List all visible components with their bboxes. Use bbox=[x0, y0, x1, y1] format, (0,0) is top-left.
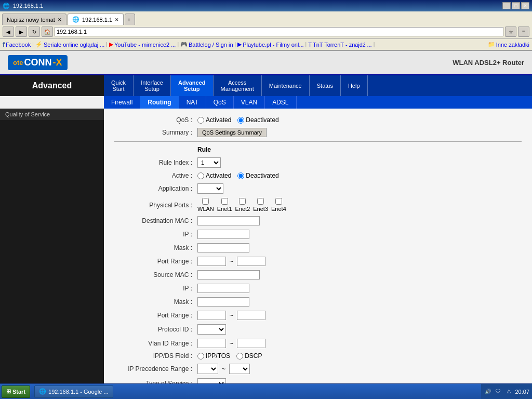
source-mac-input[interactable] bbox=[197, 270, 260, 280]
active-deactivated-label[interactable]: Deactivated bbox=[237, 172, 278, 179]
page: ote CONN -X WLAN ADSL2+ Router Advanced … bbox=[0, 51, 532, 399]
facebook-icon: f bbox=[3, 41, 5, 48]
main-content: QoS : Activated Deactivated Summary : Q bbox=[104, 109, 532, 399]
dest-port-to-input[interactable] bbox=[237, 257, 265, 266]
bookmark-battlelog[interactable]: 🎮 Battlelog / Sign in bbox=[180, 41, 233, 48]
source-ip-row: IP : bbox=[114, 284, 522, 293]
nav-quick-start[interactable]: QuickStart bbox=[104, 75, 134, 96]
bookmark-star[interactable]: ☆ bbox=[505, 26, 516, 37]
sub-adsl[interactable]: ADSL bbox=[265, 96, 296, 109]
sub-nat[interactable]: NAT bbox=[179, 96, 206, 109]
port-enet2: Enet2 bbox=[235, 198, 250, 212]
ip-prec-from-select[interactable] bbox=[197, 364, 218, 374]
new-tab-button[interactable]: + bbox=[125, 14, 135, 25]
active-activated-label[interactable]: Activated bbox=[197, 172, 231, 179]
vlan-id-from-input[interactable] bbox=[197, 339, 226, 348]
close-button[interactable]: ✕ bbox=[521, 2, 529, 9]
sep2: | bbox=[106, 42, 108, 47]
bookmark-youtube[interactable]: ▶ YouTube - mimenice2 ... bbox=[109, 41, 176, 48]
ipp-ds-row: IPP/DS Field : IPP/TOS DSCP bbox=[114, 352, 522, 360]
back-button[interactable]: ◀ bbox=[3, 26, 14, 37]
ipp-tos-radio[interactable] bbox=[197, 353, 204, 360]
source-port-to-input[interactable] bbox=[237, 311, 265, 320]
refresh-button[interactable]: ↻ bbox=[29, 26, 40, 37]
nav-advanced-setup[interactable]: AdvancedSetup bbox=[171, 75, 214, 96]
ipp-ds-label: IPP/DS Field : bbox=[114, 352, 197, 360]
tab-router[interactable]: 🌐 192.168.1.1 ✕ bbox=[68, 14, 124, 25]
application-select[interactable] bbox=[197, 183, 223, 194]
window-title: 192.168.1.1 bbox=[13, 3, 43, 9]
bookmark-facebook[interactable]: f Facebook bbox=[3, 41, 31, 48]
tab-napisz[interactable]: Napisz nowy temat ✕ bbox=[2, 14, 66, 25]
enet1-checkbox[interactable] bbox=[221, 198, 228, 205]
menu-button[interactable]: ≡ bbox=[518, 26, 529, 37]
enet2-checkbox[interactable] bbox=[239, 198, 246, 205]
dest-port-label: Port Range : bbox=[114, 258, 197, 265]
minimize-button[interactable]: _ bbox=[502, 2, 511, 9]
port-enet4: Enet4 bbox=[271, 198, 286, 212]
dest-mask-input[interactable] bbox=[197, 243, 249, 252]
qos-activated-label[interactable]: Activated bbox=[197, 116, 231, 124]
qos-deactivated-radio[interactable] bbox=[237, 117, 244, 124]
summary-control: QoS Settings Summary bbox=[197, 128, 267, 137]
nav-help[interactable]: Help bbox=[341, 75, 368, 96]
qos-activated-radio[interactable] bbox=[197, 117, 204, 124]
playtube-icon: ▶ bbox=[237, 41, 242, 48]
enet4-checkbox[interactable] bbox=[275, 198, 282, 205]
dscp-label[interactable]: DSCP bbox=[236, 352, 262, 360]
dscp-radio[interactable] bbox=[236, 353, 243, 360]
active-deactivated-radio[interactable] bbox=[237, 172, 244, 179]
sidebar-qos[interactable]: Quality of Service bbox=[0, 109, 104, 120]
windows-icon: ⊞ bbox=[6, 388, 11, 395]
start-button[interactable]: ⊞ Start bbox=[2, 385, 30, 398]
source-port-from-input[interactable] bbox=[197, 311, 226, 320]
source-mac-control bbox=[197, 270, 260, 280]
sub-routing[interactable]: Routing bbox=[140, 96, 179, 109]
nav-status[interactable]: Status bbox=[310, 75, 341, 96]
bookmark-playtube[interactable]: ▶ Playtube.pl - Filmy onl... bbox=[237, 41, 303, 48]
nav-maintenance[interactable]: Maintenance bbox=[262, 75, 310, 96]
dest-mac-input[interactable] bbox=[197, 216, 260, 225]
protocol-id-control bbox=[197, 324, 226, 335]
application-control bbox=[197, 183, 223, 194]
tab-close-active-icon[interactable]: ✕ bbox=[115, 17, 119, 22]
qos-label: QoS : bbox=[114, 116, 197, 124]
protocol-id-select[interactable] bbox=[197, 324, 226, 335]
bookmark-seriale[interactable]: ⚡ Seriale online oglądaj ... bbox=[35, 41, 104, 48]
dest-port-from-input[interactable] bbox=[197, 257, 226, 266]
qos-row: QoS : Activated Deactivated bbox=[114, 116, 522, 124]
rule-index-select[interactable]: 1 bbox=[197, 157, 221, 168]
forward-button[interactable]: ▶ bbox=[16, 26, 27, 37]
nav-interface-setup[interactable]: InterfaceSetup bbox=[134, 75, 171, 96]
source-ip-input[interactable] bbox=[197, 284, 249, 293]
nav-access-management[interactable]: AccessManagement bbox=[214, 75, 262, 96]
sub-vlan[interactable]: VLAN bbox=[234, 96, 265, 109]
sub-qos[interactable]: QoS bbox=[206, 96, 234, 109]
nav-items: QuickStart InterfaceSetup AdvancedSetup … bbox=[104, 75, 532, 96]
taskbar-browser-item[interactable]: 🌐 192.168.1.1 - Google ... bbox=[34, 385, 113, 398]
bookmark-other[interactable]: 📁 Inne zakładki bbox=[488, 41, 529, 48]
enet3-checkbox[interactable] bbox=[257, 198, 264, 205]
logo-x: -X bbox=[53, 57, 62, 68]
qos-deactivated-label[interactable]: Deactivated bbox=[237, 116, 278, 124]
dest-ip-label: IP : bbox=[114, 231, 197, 238]
taskbar-items: 🌐 192.168.1.1 - Google ... bbox=[32, 385, 481, 398]
source-mask-input[interactable] bbox=[197, 297, 249, 307]
wlan-checkbox[interactable] bbox=[202, 198, 209, 205]
router-header: ote CONN -X WLAN ADSL2+ Router bbox=[0, 51, 532, 75]
address-bar[interactable] bbox=[55, 27, 503, 36]
ip-prec-to-select[interactable] bbox=[229, 364, 250, 374]
vlan-id-to-input[interactable] bbox=[237, 339, 265, 348]
tab-close-icon[interactable]: ✕ bbox=[58, 17, 62, 22]
home-button[interactable]: 🏠 bbox=[42, 26, 53, 37]
active-label: Active : bbox=[114, 172, 197, 179]
maximize-button[interactable]: □ bbox=[512, 2, 520, 9]
bookmark-tnt[interactable]: T TnT TorrenT - znajdź ... bbox=[308, 42, 371, 48]
active-activated-radio[interactable] bbox=[197, 172, 204, 179]
dest-mask-row: Mask : bbox=[114, 243, 522, 252]
sub-firewall[interactable]: Firewall bbox=[104, 96, 140, 109]
nav-bar: ◀ ▶ ↻ 🏠 ☆ ≡ bbox=[0, 25, 532, 39]
dest-ip-input[interactable] bbox=[197, 230, 249, 239]
summary-button[interactable]: QoS Settings Summary bbox=[197, 128, 267, 137]
ipp-tos-label[interactable]: IPP/TOS bbox=[197, 352, 230, 360]
